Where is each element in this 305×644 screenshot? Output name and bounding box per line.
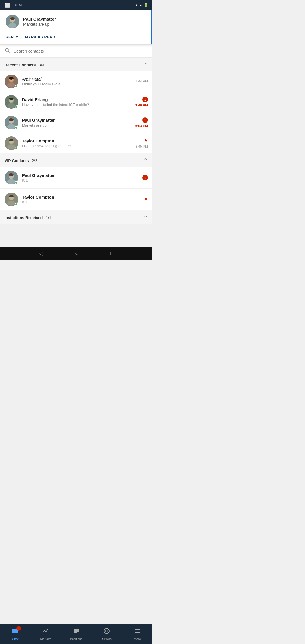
android-nav-bar: ◁ ○ □ (0, 247, 152, 260)
online-indicator-taylor (15, 147, 18, 150)
vip-contacts-count: 2/2 (32, 158, 37, 163)
status-left: ⬜ ICE M.. (5, 3, 24, 8)
contact-name-taylor: Taylor Compton (22, 138, 131, 143)
svg-point-4 (10, 17, 15, 20)
contact-item-amit-patel[interactable]: Amit Patel I think you'll really like it… (0, 71, 152, 92)
invitations-collapse-icon[interactable]: ⌃ (143, 214, 148, 221)
contact-info-david: David Erlang Have you installed the late… (22, 97, 131, 107)
avatar-container-taylor (5, 136, 18, 150)
recent-contacts-collapse-icon[interactable]: ⌃ (143, 62, 148, 68)
recent-contacts-header: Recent Contacts 3/4 ⌃ (0, 58, 152, 71)
vip-contact-info-taylor: Taylor Compton ICE (22, 195, 140, 204)
reply-button[interactable]: REPLY (6, 33, 18, 41)
contact-preview-amit: I think you'll really like it. (22, 82, 131, 86)
flag-icon-taylor: ⚑ (144, 138, 148, 143)
notification-accent-bar (151, 10, 152, 44)
invitations-title: Invitations Received (5, 216, 43, 220)
contact-info-paul: Paul Graymatter Markets are up! (22, 118, 131, 127)
svg-point-31 (9, 173, 14, 176)
search-icon (5, 47, 10, 55)
avatar-container-amit (5, 75, 18, 88)
online-indicator-paul (15, 126, 18, 129)
invitations-section: Invitations Received 1/1 ⌃ (0, 210, 152, 247)
contact-meta-david: 1 3:46 PM (135, 97, 148, 107)
svg-point-36 (9, 195, 14, 197)
android-recent-button[interactable]: □ (110, 250, 114, 257)
recent-contacts-count: 3/4 (39, 63, 44, 67)
svg-point-11 (9, 77, 14, 80)
recent-contacts-title: Recent Contacts (5, 63, 36, 67)
vip-flag-taylor: ⚑ (144, 197, 148, 202)
contact-meta-amit: 3:44 PM (135, 79, 148, 83)
svg-point-26 (9, 139, 14, 141)
status-right: ▲ ▲ 🔋 (135, 3, 148, 7)
online-indicator-david (15, 105, 18, 108)
status-bar: ⬜ ICE M.. ▲ ▲ 🔋 (0, 0, 152, 10)
contact-meta-paul: 1 5:03 PM (135, 117, 148, 128)
app-icon: ⬜ (5, 3, 10, 8)
android-home-button[interactable]: ○ (75, 250, 78, 257)
svg-point-19 (7, 124, 15, 129)
notification-name: Paul Graymatter (23, 17, 147, 21)
svg-point-29 (7, 179, 15, 184)
svg-point-9 (7, 82, 15, 88)
vip-badge-paul: 1 (142, 175, 148, 180)
vip-avatar-container-taylor (5, 193, 18, 206)
svg-point-34 (7, 201, 15, 206)
invitations-header: Invitations Received 1/1 ⌃ (0, 210, 152, 224)
search-input[interactable] (14, 49, 148, 53)
contact-time-david: 3:46 PM (135, 103, 148, 107)
contact-item-david-erlang[interactable]: David Erlang Have you installed the late… (0, 92, 152, 112)
contact-info-taylor: Taylor Compton I like the new flagging f… (22, 138, 131, 148)
contact-time-taylor: 3:45 PM (135, 145, 148, 149)
signal-icon: ▲ (139, 3, 143, 7)
notification-actions: REPLY MARK AS READ (6, 32, 147, 41)
recent-contacts-list: Amit Patel I think you'll really like it… (0, 71, 152, 153)
mark-as-read-button[interactable]: MARK AS READ (25, 33, 55, 41)
vip-contact-sub-taylor: ICE (22, 200, 140, 204)
vip-meta-paul: 1 (142, 175, 148, 180)
notification-message: Markets are up! (23, 22, 147, 27)
vip-contact-item-paul[interactable]: Paul Graymatter ICE 1 (0, 167, 152, 189)
battery-icon: 🔋 (144, 3, 148, 7)
vip-contacts-collapse-icon[interactable]: ⌃ (143, 157, 148, 164)
contact-time-amit: 3:44 PM (135, 79, 148, 83)
svg-point-14 (7, 103, 15, 108)
avatar-container-paul (5, 116, 18, 129)
svg-line-6 (8, 51, 10, 53)
contact-name-david: David Erlang (22, 97, 131, 102)
unread-badge-david: 1 (142, 97, 148, 102)
vip-contact-name-paul: Paul Graymatter (22, 173, 138, 178)
contact-meta-taylor: ⚑ 3:45 PM (135, 138, 148, 149)
vip-contacts-header: VIP Contacts 2/2 ⌃ (0, 153, 152, 167)
contact-time-paul: 5:03 PM (135, 124, 148, 128)
contact-item-taylor-compton[interactable]: Taylor Compton I like the new flagging f… (0, 133, 152, 153)
vip-avatar-container-paul (5, 171, 18, 184)
svg-point-16 (9, 98, 14, 100)
android-back-button[interactable]: ◁ (39, 250, 43, 257)
avatar-container-david (5, 95, 18, 109)
vip-contact-info-paul: Paul Graymatter ICE (22, 173, 138, 182)
search-bar (0, 45, 152, 58)
vip-contact-name-taylor: Taylor Compton (22, 195, 140, 199)
vip-online-paul (15, 181, 18, 184)
online-indicator-amit (15, 85, 18, 88)
invitations-count: 1/1 (46, 216, 51, 220)
unread-badge-paul: 1 (142, 117, 148, 123)
svg-point-24 (7, 144, 15, 149)
wifi-icon: ▲ (135, 3, 138, 7)
vip-meta-taylor: ⚑ (144, 197, 148, 202)
contact-preview-paul: Markets are up! (22, 123, 131, 127)
svg-point-21 (9, 118, 14, 121)
contact-name-paul: Paul Graymatter (22, 118, 131, 123)
vip-online-taylor (15, 203, 18, 206)
app-name: ICE M.. (12, 3, 24, 7)
notification-text: Paul Graymatter Markets are up! (23, 17, 147, 27)
notification-user: Paul Graymatter Markets are up! (6, 15, 147, 28)
contact-preview-david: Have you installed the latest ICE mobile… (22, 103, 131, 107)
vip-contact-sub-paul: ICE (22, 178, 138, 182)
contact-item-paul-graymatter[interactable]: Paul Graymatter Markets are up! 1 5:03 P… (0, 112, 152, 133)
contact-preview-taylor: I like the new flagging feature! (22, 144, 131, 148)
contact-info-amit: Amit Patel I think you'll really like it… (22, 77, 131, 86)
vip-contact-item-taylor[interactable]: Taylor Compton ICE ⚑ (0, 189, 152, 210)
